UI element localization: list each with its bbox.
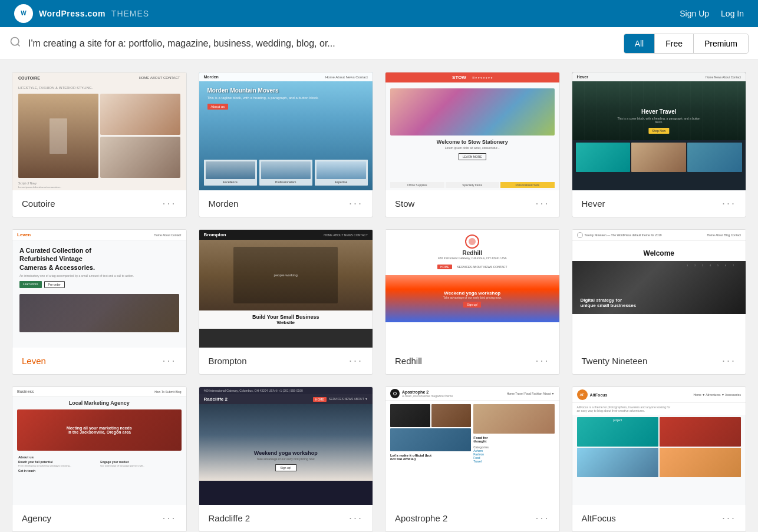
theme-options-coutoire[interactable]: ··· — [162, 197, 176, 210]
theme-preview-altofocus: AF AltFocus Home ▼ Adventures ▼ Accessor… — [572, 387, 746, 505]
theme-name-brompton: Brompton — [209, 356, 247, 366]
theme-name-twentynineteen: Twenty Nineteen — [582, 356, 648, 366]
svg-point-2 — [11, 38, 19, 45]
theme-info-leven: Leven ··· — [12, 348, 186, 374]
theme-name-altofocus: AltFocus — [582, 513, 616, 523]
theme-options-stow[interactable]: ··· — [535, 197, 549, 210]
theme-name-coutoire: Coutoire — [22, 199, 55, 209]
theme-card-altofocus[interactable]: AF AltFocus Home ▼ Adventures ▼ Accessor… — [572, 386, 747, 532]
filter-free[interactable]: Free — [655, 34, 694, 53]
search-input[interactable] — [28, 38, 624, 49]
signup-link[interactable]: Sign Up — [680, 9, 709, 18]
theme-preview-brompton: Brompton HOME ABOUT NEWS CONTACT people … — [199, 230, 373, 348]
theme-card-redhill[interactable]: Redhill 460 Instrument Gateway, Columbus… — [385, 229, 560, 375]
theme-info-morden: Morden ··· — [199, 190, 373, 217]
theme-preview-twentynineteen: Twenty Nineteen — The WordPress default … — [572, 230, 746, 348]
theme-info-brompton: Brompton ··· — [199, 348, 373, 374]
theme-name-apostrophe2: Apostrophe 2 — [395, 513, 447, 523]
login-link[interactable]: Log In — [721, 9, 744, 18]
search-bar: All Free Premium — [0, 27, 758, 60]
theme-options-twentynineteen[interactable]: ··· — [722, 355, 736, 367]
header-brand: W WordPress.com THEMES — [14, 4, 149, 23]
theme-name-radcliffe2: Radcliffe 2 — [209, 513, 251, 523]
theme-preview-coutoire: COUTOIRE HOME ABOUT CONTACT LIFESTYLE, F… — [12, 72, 186, 190]
theme-name-hever: Hever — [582, 199, 605, 209]
theme-name-morden: Morden — [209, 199, 239, 209]
wordpress-logo: W — [14, 4, 33, 23]
theme-preview-radcliffe2: 460 International Gateway, Columbus, OH … — [199, 387, 373, 505]
theme-name-agency: Agency — [22, 513, 51, 523]
theme-preview-leven: Leven Home About Contact A Curated Colle… — [12, 230, 186, 348]
theme-card-morden[interactable]: Morden Home About News Contact Morden Mo… — [199, 72, 374, 217]
theme-info-hever: Hever ··· — [572, 190, 746, 217]
theme-info-apostrophe2: Apostrophe 2 ··· — [385, 505, 559, 531]
search-icon — [9, 36, 21, 51]
wordpress-wordmark: WordPress.com — [39, 9, 106, 18]
theme-card-twentynineteen[interactable]: Twenty Nineteen — The WordPress default … — [572, 229, 747, 375]
theme-info-redhill: Redhill ··· — [385, 348, 559, 374]
theme-preview-hever: Hever Home News About Contact Hever Trav… — [572, 72, 746, 190]
theme-info-twentynineteen: Twenty Nineteen ··· — [572, 348, 746, 374]
theme-options-redhill[interactable]: ··· — [535, 355, 549, 367]
theme-options-hever[interactable]: ··· — [722, 197, 736, 210]
filter-buttons: All Free Premium — [624, 34, 749, 54]
theme-name-leven: Leven — [22, 356, 46, 366]
theme-info-stow: Stow ··· — [385, 190, 559, 217]
theme-info-coutoire: Coutoire ··· — [12, 190, 186, 217]
theme-info-altofocus: AltFocus ··· — [572, 505, 746, 531]
theme-options-brompton[interactable]: ··· — [349, 355, 363, 367]
theme-card-leven[interactable]: Leven Home About Contact A Curated Colle… — [12, 229, 187, 375]
theme-preview-stow: STOW ☰ ♥ ♥ ♥ ♥ ♥ ♥ ♥ Welcome to Stow Sta… — [385, 72, 559, 190]
theme-card-brompton[interactable]: Brompton HOME ABOUT NEWS CONTACT people … — [199, 229, 374, 375]
theme-preview-agency: Business How-To Submit Blog Local Market… — [12, 387, 186, 505]
theme-options-altofocus[interactable]: ··· — [722, 512, 736, 524]
theme-options-leven[interactable]: ··· — [162, 355, 176, 367]
theme-card-radcliffe2[interactable]: 460 International Gateway, Columbus, OH … — [199, 386, 374, 532]
filter-all[interactable]: All — [624, 34, 655, 53]
theme-card-agency[interactable]: Business How-To Submit Blog Local Market… — [12, 386, 187, 532]
filter-premium[interactable]: Premium — [694, 34, 748, 53]
theme-options-radcliffe2[interactable]: ··· — [349, 512, 363, 524]
theme-card-stow[interactable]: STOW ☰ ♥ ♥ ♥ ♥ ♥ ♥ ♥ Welcome to Stow Sta… — [385, 72, 560, 217]
themes-grid: COUTOIRE HOME ABOUT CONTACT LIFESTYLE, F… — [0, 60, 758, 532]
svg-text:W: W — [21, 10, 27, 16]
theme-name-stow: Stow — [395, 199, 414, 209]
theme-options-agency[interactable]: ··· — [162, 512, 176, 524]
theme-options-apostrophe2[interactable]: ··· — [535, 512, 549, 524]
theme-options-morden[interactable]: ··· — [349, 197, 363, 210]
site-header: W WordPress.com THEMES Sign Up Log In — [0, 0, 758, 27]
theme-card-hever[interactable]: Hever Home News About Contact Hever Trav… — [572, 72, 747, 217]
theme-card-apostrophe2[interactable]: Apostrophe 2 A clean, no nonsense magazi… — [385, 386, 560, 532]
theme-preview-morden: Morden Home About News Contact Morden Mo… — [199, 72, 373, 190]
theme-info-radcliffe2: Radcliffe 2 ··· — [199, 505, 373, 531]
header-nav: Sign Up Log In — [680, 9, 744, 18]
theme-card-coutoire[interactable]: COUTOIRE HOME ABOUT CONTACT LIFESTYLE, F… — [12, 72, 187, 217]
section-label: THEMES — [111, 9, 149, 18]
theme-preview-apostrophe2: Apostrophe 2 A clean, no nonsense magazi… — [385, 387, 559, 505]
theme-info-agency: Agency ··· — [12, 505, 186, 531]
theme-name-redhill: Redhill — [395, 356, 422, 366]
theme-preview-redhill: Redhill 460 Instrument Gateway, Columbus… — [385, 230, 559, 348]
